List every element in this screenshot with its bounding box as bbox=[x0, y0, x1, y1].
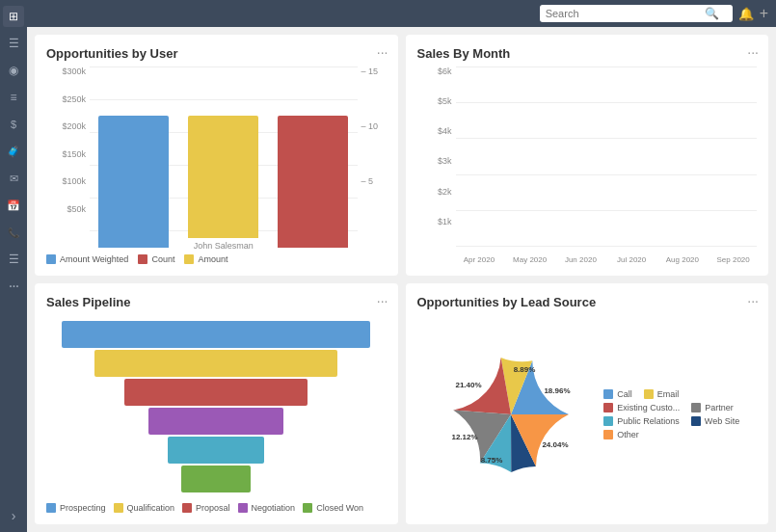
legend-dot-weighted bbox=[46, 254, 56, 264]
legend-dot-count bbox=[138, 254, 147, 264]
sbm-y-6k: $6k bbox=[438, 66, 452, 76]
funnel-legend-proposal: Proposal bbox=[182, 503, 230, 513]
grid-line bbox=[456, 102, 758, 103]
sbm-x-aug: Aug 2020 bbox=[666, 255, 699, 264]
funnel-bar-negotiation bbox=[148, 408, 283, 435]
lead-source-card: Opportunities by Lead Source ··· bbox=[406, 283, 769, 524]
obu-y-axis: $300k $250k $200k $150k $100k $50k bbox=[46, 66, 90, 231]
funnel-bar-closedwon bbox=[181, 466, 251, 492]
obu-r-axis: – 15 – 10 – 5 bbox=[358, 66, 387, 231]
sbm-bar-apr: Apr 2020 bbox=[456, 253, 503, 264]
sidebar-item-calendar[interactable]: 📅 bbox=[3, 195, 24, 216]
grid-line bbox=[90, 66, 358, 67]
pie-legend-other: Other bbox=[603, 430, 639, 439]
sbm-x-jun: Jun 2020 bbox=[565, 255, 597, 264]
lead-source-menu[interactable]: ··· bbox=[747, 293, 759, 308]
pie-legend-partner: Partner bbox=[691, 403, 734, 412]
legend-dot-website bbox=[691, 416, 701, 426]
pie-legend-website: Web Site bbox=[691, 416, 739, 426]
sidebar-item-menu[interactable]: ☰ bbox=[3, 33, 24, 54]
pie-label-email: Email bbox=[657, 389, 680, 399]
sbm-bars-area: $6k $5k $4k $3k $2k $1k Apr 2020 bbox=[417, 66, 758, 264]
sbm-x-sep: Sep 2020 bbox=[716, 255, 749, 264]
funnel-row-4 bbox=[148, 408, 283, 435]
funnel-legend-negotiation: Negotiation bbox=[238, 503, 296, 513]
legend-dot-partner bbox=[691, 403, 701, 412]
obu-y-300k: $300k bbox=[62, 66, 86, 76]
sbm-chart: $6k $5k $4k $3k $2k $1k Apr 2020 bbox=[417, 66, 758, 264]
sidebar-item-list[interactable]: ≡ bbox=[3, 87, 24, 108]
obu-y-200k: $200k bbox=[62, 121, 86, 131]
funnel-bar-prospecting bbox=[62, 321, 370, 348]
pie-label-partner: Partner bbox=[705, 403, 734, 412]
funnel-label-closedwon: Closed Won bbox=[316, 503, 363, 513]
search-wrap[interactable]: 🔍 bbox=[540, 5, 733, 22]
pipeline-title: Sales Pipeline bbox=[46, 295, 387, 309]
pie-pct-pr: 8.75% bbox=[481, 456, 503, 465]
legend-item-weighted: Amount Weighted bbox=[46, 254, 128, 264]
sbm-bar-aug: Aug 2020 bbox=[659, 253, 707, 264]
funnel-legend-qualification: Qualification bbox=[114, 503, 175, 513]
pipeline-menu[interactable]: ··· bbox=[377, 293, 388, 308]
funnel-bar-closedwon-step bbox=[168, 437, 264, 464]
legend-dot-closedwon bbox=[303, 503, 312, 513]
legend-item-amount: Amount bbox=[184, 254, 227, 264]
obu-legend: Amount Weighted Count Amount bbox=[46, 254, 387, 264]
legend-dot-call bbox=[603, 389, 613, 399]
pie-label-other: Other bbox=[617, 430, 639, 439]
sidebar-item-dollar[interactable]: $ bbox=[3, 114, 24, 135]
sidebar-item-list2[interactable]: ☰ bbox=[3, 249, 24, 270]
bell-icon[interactable]: 🔔 bbox=[738, 7, 754, 21]
sidebar: ⊞ ☰ ◉ ≡ $ 🧳 ✉ 📅 📞 ☰ ··· › bbox=[0, 0, 27, 532]
obu-bar-count bbox=[278, 116, 348, 248]
pie-legend-pr: Public Relations bbox=[603, 416, 680, 426]
sbm-y-4k: $4k bbox=[438, 126, 452, 136]
pie-legend-email: Email bbox=[644, 389, 680, 399]
sbm-bar-jun: Jun 2020 bbox=[557, 253, 604, 264]
sidebar-item-grid[interactable]: ⊞ bbox=[3, 6, 24, 27]
legend-label-count: Count bbox=[151, 254, 174, 264]
funnel-row-1 bbox=[62, 321, 370, 348]
sidebar-item-more[interactable]: ··· bbox=[3, 276, 24, 297]
sbm-y-2k: $2k bbox=[438, 187, 452, 197]
pipeline-card: Sales Pipeline ··· bbox=[35, 283, 398, 524]
sidebar-item-phone[interactable]: 📞 bbox=[3, 222, 24, 243]
obu-r-15: – 15 bbox=[361, 66, 379, 76]
sbm-bar-sep: Sep 2020 bbox=[709, 253, 757, 264]
search-input[interactable] bbox=[546, 8, 705, 19]
funnel-bar-proposal bbox=[124, 379, 308, 406]
obu-title: Opportunities by User bbox=[46, 46, 387, 61]
grid-line bbox=[90, 99, 358, 100]
sidebar-item-briefcase[interactable]: 🧳 bbox=[3, 141, 24, 162]
funnel-label-qualification: Qualification bbox=[127, 503, 175, 513]
pie-label-existing: Existing Custo... bbox=[617, 403, 680, 412]
sbm-y-axis: $6k $5k $4k $3k $2k $1k bbox=[417, 66, 456, 247]
obu-bar-amount bbox=[188, 116, 258, 238]
obu-r-10: – 10 bbox=[361, 121, 379, 131]
obu-y-150k: $150k bbox=[62, 149, 86, 159]
legend-dot-existing bbox=[603, 403, 613, 412]
sbm-menu[interactable]: ··· bbox=[747, 44, 759, 60]
obu-y-50k: $50k bbox=[67, 204, 86, 214]
plus-icon[interactable]: + bbox=[760, 5, 768, 22]
funnel-legend-closedwon: Closed Won bbox=[303, 503, 363, 513]
sidebar-item-expand[interactable]: › bbox=[3, 505, 24, 526]
sbm-grid bbox=[456, 66, 758, 247]
funnel-row-5 bbox=[168, 437, 264, 464]
pie-legend-call: Call bbox=[603, 389, 632, 399]
pie-legend-row-1: Call Email bbox=[603, 389, 739, 399]
obu-menu[interactable]: ··· bbox=[377, 44, 388, 60]
funnel-row-3 bbox=[124, 379, 308, 406]
funnel-row-6 bbox=[181, 466, 251, 492]
sidebar-item-circle[interactable]: ◉ bbox=[3, 60, 24, 81]
funnel-label-prospecting: Prospecting bbox=[60, 503, 106, 513]
sbm-y-3k: $3k bbox=[438, 156, 452, 166]
pie-area: 18.96% 8.89% 21.40% 12.12% 8.75% 24.04% … bbox=[417, 315, 758, 513]
pie-chart: 18.96% 8.89% 21.40% 12.12% 8.75% 24.04% bbox=[434, 337, 588, 492]
sidebar-item-mail[interactable]: ✉ bbox=[3, 168, 24, 189]
obu-x-label2: John Salesman bbox=[194, 241, 254, 251]
legend-label-weighted: Amount Weighted bbox=[60, 254, 128, 264]
sbm-x-apr: Apr 2020 bbox=[464, 255, 495, 264]
legend-item-count: Count bbox=[138, 254, 174, 264]
pie-legend-row-4: Other bbox=[603, 430, 739, 439]
